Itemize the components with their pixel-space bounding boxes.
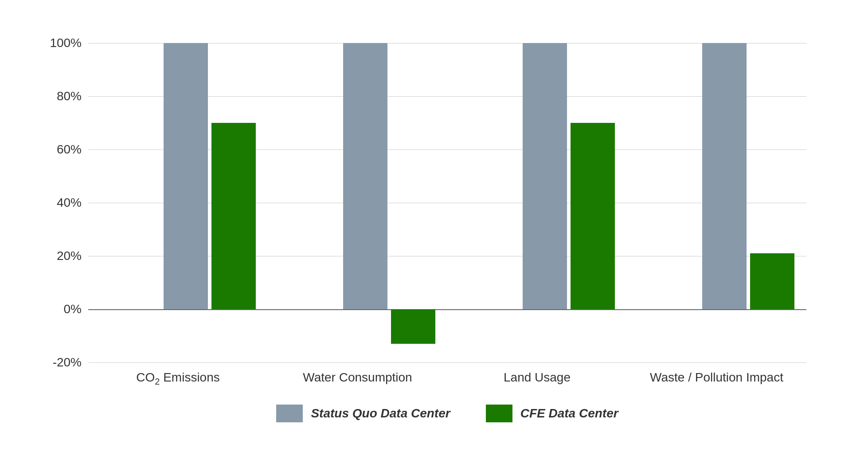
bar-cfe	[211, 123, 256, 309]
y-axis-label: -20%	[53, 355, 82, 370]
legend-item-green: CFE Data Center	[486, 405, 618, 422]
bars-wrapper	[702, 43, 794, 362]
y-axis-label: 100%	[50, 36, 82, 50]
legend-swatch-gray	[276, 405, 303, 422]
x-labels: CO2 EmissionsWater ConsumptionLand Usage…	[88, 370, 806, 387]
y-axis-label: 0%	[64, 302, 82, 316]
bar-group	[460, 43, 615, 362]
legend: Status Quo Data Center CFE Data Center	[88, 405, 806, 422]
y-axis-label: 80%	[57, 89, 82, 103]
bars-area	[88, 43, 806, 362]
bar-status-quo	[164, 43, 208, 309]
chart-container: 100%80%60%40%20%0%-20% CO2 EmissionsWate…	[35, 25, 833, 447]
bars-wrapper	[523, 43, 615, 362]
y-axis-label: 60%	[57, 142, 82, 157]
x-axis-label: Waste / Pollution Impact	[639, 370, 794, 387]
bars-wrapper	[343, 43, 435, 362]
bar-status-quo	[523, 43, 567, 309]
bar-group	[280, 43, 435, 362]
bar-cfe	[750, 253, 794, 309]
y-axis-label: 20%	[57, 249, 82, 263]
bars-wrapper	[164, 43, 256, 362]
legend-item-gray: Status Quo Data Center	[276, 405, 450, 422]
x-axis-label: Water Consumption	[280, 370, 435, 387]
bar-status-quo	[343, 43, 387, 309]
grid-line	[88, 362, 806, 363]
legend-swatch-green	[486, 405, 512, 422]
legend-label-green: CFE Data Center	[520, 406, 618, 421]
bar-group	[101, 43, 256, 362]
y-axis-label: 40%	[57, 196, 82, 210]
x-axis-label: CO2 Emissions	[101, 370, 256, 387]
bar-cfe	[571, 123, 615, 309]
x-axis-label: Land Usage	[460, 370, 615, 387]
bar-status-quo	[702, 43, 747, 309]
bar-group	[639, 43, 794, 362]
legend-label-gray: Status Quo Data Center	[311, 406, 450, 421]
chart-area: 100%80%60%40%20%0%-20%	[88, 43, 806, 362]
bar-cfe	[391, 309, 435, 344]
